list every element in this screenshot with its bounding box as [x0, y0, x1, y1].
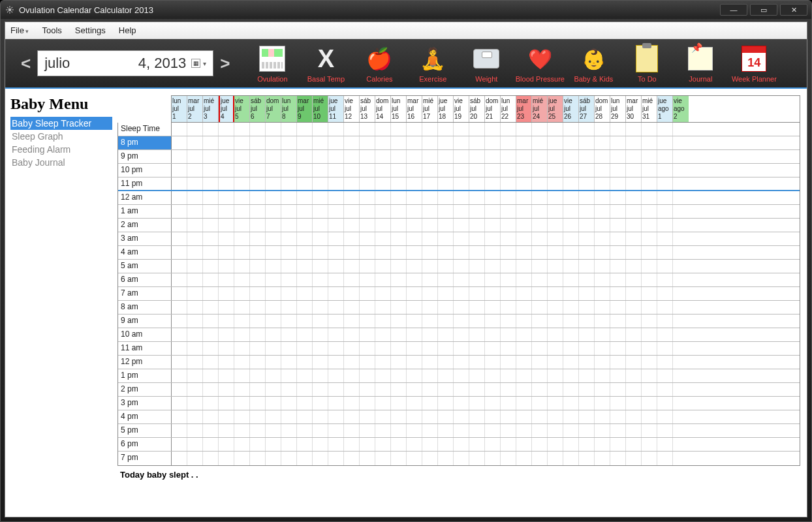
grid-cell[interactable]: [485, 424, 501, 437]
grid-cell[interactable]: [673, 260, 689, 273]
grid-cell[interactable]: [281, 191, 297, 204]
grid-cell[interactable]: [297, 205, 313, 218]
grid-cell[interactable]: [485, 205, 501, 218]
grid-cell[interactable]: [234, 328, 250, 341]
toolbar-week-planner[interactable]: 14Week Planner: [730, 44, 778, 83]
grid-cell[interactable]: [172, 397, 187, 410]
grid-cell[interactable]: [657, 205, 673, 218]
grid-cell[interactable]: [360, 150, 375, 163]
grid-cell[interactable]: [203, 205, 219, 218]
grid-cell[interactable]: [485, 301, 501, 314]
grid-cell[interactable]: [657, 424, 673, 437]
grid-cell[interactable]: [391, 232, 407, 245]
grid-cell[interactable]: [328, 150, 344, 163]
grid-cell[interactable]: [172, 342, 187, 355]
grid-cell[interactable]: [344, 232, 360, 245]
grid-cell[interactable]: [579, 273, 595, 286]
grid-cell[interactable]: [438, 191, 454, 204]
grid-cell[interactable]: [187, 301, 203, 314]
grid-cell[interactable]: [516, 397, 532, 410]
grid-cell[interactable]: [454, 164, 469, 177]
grid-cell[interactable]: [501, 397, 516, 410]
grid-cell[interactable]: [626, 410, 642, 423]
grid-cell[interactable]: [595, 383, 610, 396]
grid-cell[interactable]: [407, 273, 422, 286]
calendar-day[interactable]: miéjul10: [313, 96, 328, 122]
grid-cell[interactable]: [297, 301, 313, 314]
grid-cell[interactable]: [548, 301, 563, 314]
grid-cell[interactable]: [422, 164, 438, 177]
grid-cell[interactable]: [673, 452, 689, 465]
grid-cell[interactable]: [657, 232, 673, 245]
grid-cell[interactable]: [642, 177, 657, 190]
grid-cell[interactable]: [563, 315, 579, 328]
grid-cell[interactable]: [579, 191, 595, 204]
grid-cell[interactable]: [438, 452, 454, 465]
grid-cell[interactable]: [610, 452, 626, 465]
grid-cell[interactable]: [657, 219, 673, 232]
grid-cell[interactable]: [234, 356, 250, 369]
grid-cell[interactable]: [391, 383, 407, 396]
grid-cell[interactable]: [266, 232, 281, 245]
grid-cell[interactable]: [595, 260, 610, 273]
grid-cell[interactable]: [548, 452, 563, 465]
grid-cell[interactable]: [328, 328, 344, 341]
grid-cell[interactable]: [344, 452, 360, 465]
grid-cell[interactable]: [172, 232, 187, 245]
grid-cell[interactable]: [469, 383, 485, 396]
grid-cell[interactable]: [172, 150, 187, 163]
grid-cell[interactable]: [407, 410, 422, 423]
grid-cell[interactable]: [187, 356, 203, 369]
grid-cell[interactable]: [203, 424, 219, 437]
grid-cell[interactable]: [563, 397, 579, 410]
grid-cell[interactable]: [579, 246, 595, 259]
sidebar-item-baby-journal[interactable]: Baby Journal: [10, 156, 112, 169]
grid-cell[interactable]: [548, 438, 563, 451]
grid-cell[interactable]: [422, 260, 438, 273]
grid-cell[interactable]: [610, 150, 626, 163]
grid-cell[interactable]: [595, 123, 610, 136]
grid-cell[interactable]: [469, 123, 485, 136]
grid-cell[interactable]: [595, 356, 610, 369]
grid-cell[interactable]: [626, 246, 642, 259]
grid-cell[interactable]: [391, 205, 407, 218]
grid-cell[interactable]: [297, 246, 313, 259]
grid-cell[interactable]: [610, 136, 626, 149]
grid-cell[interactable]: [234, 205, 250, 218]
sidebar-item-feeding-alarm[interactable]: Feeding Alarm: [10, 143, 112, 156]
grid-cell[interactable]: [595, 315, 610, 328]
grid-cell[interactable]: [234, 342, 250, 355]
grid-cell[interactable]: [579, 232, 595, 245]
grid-cell[interactable]: [673, 123, 689, 136]
grid-cell[interactable]: [516, 287, 532, 300]
grid-cell[interactable]: [610, 301, 626, 314]
grid-cell[interactable]: [469, 150, 485, 163]
grid-cell[interactable]: [250, 246, 266, 259]
grid-cell[interactable]: [579, 205, 595, 218]
grid-cell[interactable]: [469, 342, 485, 355]
grid-cell[interactable]: [407, 356, 422, 369]
grid-cell[interactable]: [187, 164, 203, 177]
grid-cell[interactable]: [407, 191, 422, 204]
grid-cell[interactable]: [281, 232, 297, 245]
grid-cell[interactable]: [610, 410, 626, 423]
grid-cell[interactable]: [328, 452, 344, 465]
grid-cell[interactable]: [281, 328, 297, 341]
calendar-day[interactable]: lunjul29: [610, 96, 626, 122]
grid-cell[interactable]: [532, 136, 548, 149]
grid-cell[interactable]: [485, 287, 501, 300]
grid-cell[interactable]: [501, 424, 516, 437]
grid-cell[interactable]: [501, 136, 516, 149]
grid-cell[interactable]: [297, 342, 313, 355]
grid-cell[interactable]: [360, 260, 375, 273]
grid-cell[interactable]: [422, 205, 438, 218]
grid-cell[interactable]: [469, 301, 485, 314]
grid-cell[interactable]: [203, 452, 219, 465]
grid-cell[interactable]: [532, 356, 548, 369]
grid-cell[interactable]: [657, 438, 673, 451]
grid-cell[interactable]: [563, 452, 579, 465]
grid-cell[interactable]: [516, 136, 532, 149]
grid-cell[interactable]: [563, 150, 579, 163]
grid-cell[interactable]: [266, 150, 281, 163]
grid-cell[interactable]: [375, 328, 391, 341]
